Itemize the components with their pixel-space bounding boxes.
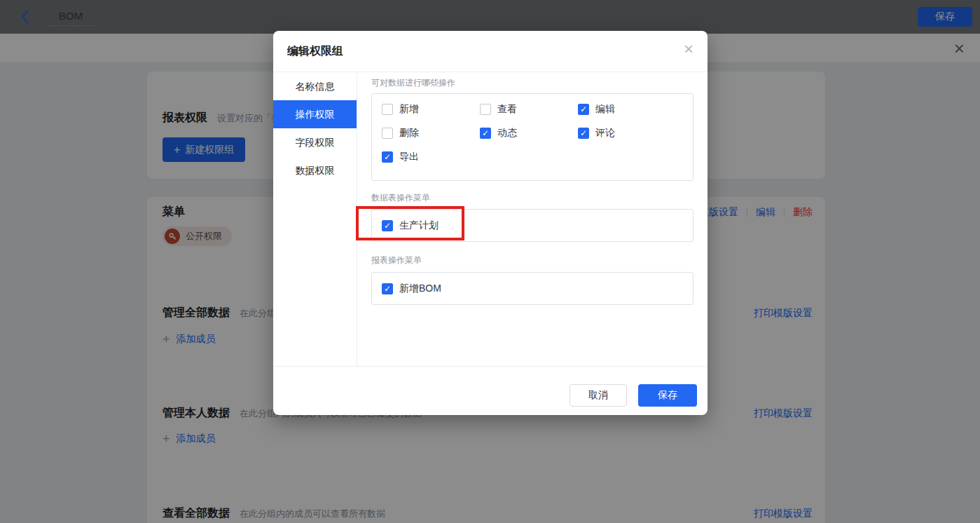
modal-close-icon[interactable]: × (684, 41, 693, 57)
report-menu-checkbox-group: ✓ 新增BOM (371, 272, 693, 305)
checkbox-add-bom[interactable]: ✓ 新增BOM (382, 283, 441, 295)
checkbox-label: 查看 (497, 103, 517, 116)
checkbox-box[interactable]: ✓ (382, 151, 393, 163)
checkbox-box[interactable]: ✓ (578, 128, 589, 139)
checkbox-box[interactable]: ✓ (382, 104, 393, 115)
modal-title: 编辑权限组 (287, 44, 343, 59)
checkbox-box[interactable]: ✓ (480, 104, 491, 115)
check-icon: ✓ (482, 129, 489, 137)
checkbox-delete[interactable]: ✓ 删除 (382, 127, 480, 140)
cancel-button[interactable]: 取消 (570, 384, 627, 407)
checkbox-export[interactable]: ✓ 导出 (382, 151, 480, 163)
checkbox-label: 新增 (399, 103, 419, 116)
tab-data-permission[interactable]: 数据权限 (273, 156, 357, 184)
checkbox-box[interactable]: ✓ (382, 128, 393, 139)
checkbox-activity[interactable]: ✓ 动态 (480, 127, 578, 140)
tab-name-info[interactable]: 名称信息 (273, 72, 357, 100)
check-icon: ✓ (384, 285, 391, 293)
check-icon: ✓ (580, 129, 587, 137)
checkbox-label: 动态 (497, 127, 517, 140)
report-menu-label: 报表操作菜单 (371, 254, 693, 266)
checkbox-box[interactable]: ✓ (578, 104, 589, 115)
checkbox-box[interactable]: ✓ (382, 220, 393, 231)
checkbox-edit[interactable]: ✓ 编辑 (578, 103, 683, 116)
checkbox-view[interactable]: ✓ 查看 (480, 103, 578, 116)
save-button[interactable]: 保存 (638, 384, 697, 407)
checkbox-label: 删除 (399, 127, 419, 140)
checkbox-box[interactable]: ✓ (382, 283, 393, 294)
operations-label: 可对数据进行哪些操作 (371, 77, 693, 88)
modal-tab-list: 名称信息 操作权限 字段权限 数据权限 (273, 72, 357, 366)
check-icon: ✓ (580, 105, 587, 114)
table-menu-checkbox-group: ✓ 生产计划 (371, 209, 693, 242)
edit-permission-group-modal: 编辑权限组 × 名称信息 操作权限 字段权限 数据权限 可对数据进行哪些操作 ✓… (273, 31, 708, 415)
tab-field-permission[interactable]: 字段权限 (273, 128, 357, 156)
checkbox-production-plan[interactable]: ✓ 生产计划 (382, 219, 439, 232)
checkbox-label: 新增BOM (399, 283, 441, 295)
tab-operation-permission[interactable]: 操作权限 (273, 100, 357, 128)
checkbox-label: 导出 (399, 151, 419, 163)
checkbox-label: 评论 (595, 127, 615, 140)
checkbox-comment[interactable]: ✓ 评论 (578, 127, 683, 140)
checkbox-label: 生产计划 (399, 219, 439, 232)
operations-checkbox-group: ✓ 新增 ✓ 查看 ✓ 编辑 ✓ 删除 ✓ 动态 (371, 93, 693, 181)
check-icon: ✓ (384, 222, 391, 230)
checkbox-box[interactable]: ✓ (480, 128, 491, 139)
checkbox-label: 编辑 (595, 103, 615, 116)
checkbox-add[interactable]: ✓ 新增 (382, 103, 480, 116)
table-menu-label: 数据表操作菜单 (371, 192, 693, 203)
check-icon: ✓ (384, 153, 391, 161)
